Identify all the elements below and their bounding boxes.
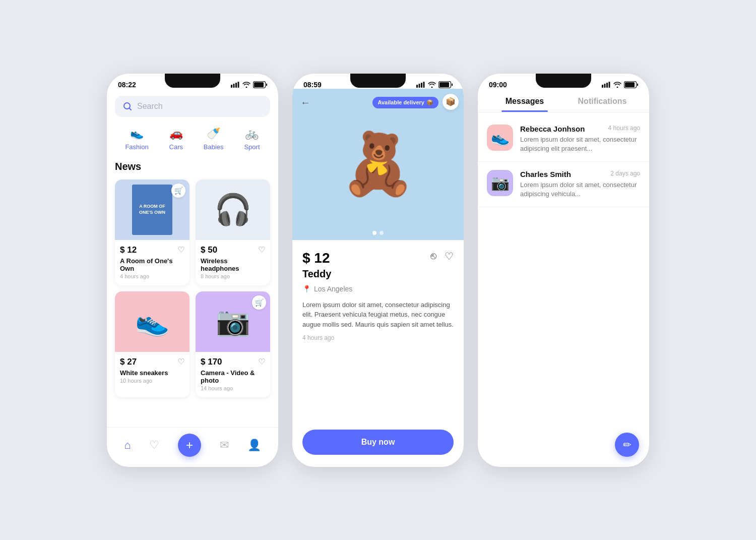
signal-icon	[231, 82, 240, 88]
search-input-label: Search	[137, 102, 163, 111]
sport-label: Sport	[244, 143, 260, 151]
phone1-content: Search 👟 Fashion 🚗 Cars 🍼 Babies 🚲 Sport…	[107, 89, 278, 427]
svg-rect-2	[235, 83, 237, 88]
category-cars[interactable]: 🚗 Cars	[169, 127, 183, 151]
avatar-rebecca: 👟	[487, 125, 513, 151]
msg-time-2: 2 days ago	[610, 170, 640, 178]
box-icon: 📦	[426, 99, 433, 106]
heart-icon-detail[interactable]: ♡	[445, 250, 454, 262]
avatar-charles: 📷	[487, 170, 513, 196]
product-detail-info: $ 12 ⎋ ♡ Teddy 📍 Los Angeles Lorem ipsum…	[292, 240, 464, 430]
product-card-sneakers[interactable]: 👟 $ 27 ♡ White sneakers 10 hours ago	[115, 291, 190, 397]
msg-body-2: Charles Smith 2 days ago Lorem ipsum dol…	[520, 170, 640, 199]
svg-rect-18	[625, 82, 635, 87]
cart-badge-book[interactable]: 🛒	[171, 184, 185, 198]
detail-time: 4 hours ago	[302, 334, 454, 341]
nav-heart-icon[interactable]: ♡	[149, 439, 159, 452]
phone-product-detail: 08:59 ← Available deliver	[292, 74, 464, 467]
product-price-headphones: $ 50 ♡	[201, 245, 265, 255]
cars-icon: 🚗	[169, 127, 183, 140]
message-list: 👟 Rebecca Jonhson 4 hours ago Lorem ipsu…	[478, 112, 649, 467]
product-card-book[interactable]: A ROOM OF ONE'S OWN 🛒 $ 12 ♡ A Room of O…	[115, 179, 190, 285]
svg-rect-9	[421, 83, 422, 88]
product-info-camera: $ 170 ♡ Camera - Video & photo 14 hours …	[196, 352, 270, 397]
product-time-camera: 14 hours ago	[201, 385, 265, 391]
share-icon[interactable]: ⎋	[430, 250, 436, 262]
svg-rect-7	[416, 85, 418, 88]
notch-2	[350, 74, 406, 88]
heart-icon-headphones[interactable]: ♡	[258, 245, 265, 255]
category-babies[interactable]: 🍼 Babies	[204, 127, 224, 151]
status-icons-2	[416, 81, 453, 88]
heart-icon-camera[interactable]: ♡	[258, 357, 265, 367]
book-cover: A ROOM OF ONE'S OWN	[132, 185, 172, 235]
nav-user-icon[interactable]: 👤	[247, 439, 261, 452]
phone-messages: 09:00 Messages Notifications	[478, 74, 649, 467]
dot-2[interactable]	[380, 231, 384, 235]
category-fashion[interactable]: 👟 Fashion	[125, 127, 148, 151]
battery-icon-3	[624, 81, 638, 88]
delivery-box-button[interactable]: 📦	[443, 94, 459, 110]
detail-location: 📍 Los Angeles	[302, 285, 454, 293]
tab-messages[interactable]: Messages	[486, 89, 563, 112]
delivery-badge: Available delivery 📦	[372, 97, 438, 108]
categories-row: 👟 Fashion 🚗 Cars 🍼 Babies 🚲 Sport	[115, 127, 270, 151]
product-time-sneakers: 10 hours ago	[120, 378, 184, 384]
bear-image: 🧸	[340, 129, 416, 200]
product-price-camera: $ 170 ♡	[201, 357, 265, 367]
product-card-camera[interactable]: 📷 🛒 $ 170 ♡ Camera - Video & photo 14 ho…	[196, 291, 270, 397]
product-grid: A ROOM OF ONE'S OWN 🛒 $ 12 ♡ A Room of O…	[115, 179, 270, 397]
location-pin-icon: 📍	[302, 285, 311, 293]
status-time-1: 08:22	[118, 81, 136, 89]
product-name-book: A Room of One's Own	[120, 257, 184, 272]
image-dots	[372, 231, 384, 235]
battery-icon	[253, 81, 267, 88]
avatar-camera-icon: 📷	[491, 174, 510, 192]
msg-tabs: Messages Notifications	[478, 89, 649, 112]
sport-icon: 🚲	[245, 127, 259, 140]
heart-icon-sneakers[interactable]: ♡	[177, 357, 184, 367]
notch-3	[536, 74, 591, 88]
svg-rect-0	[231, 85, 232, 88]
msg-header-1: Rebecca Jonhson 4 hours ago	[520, 125, 640, 133]
msg-preview-2: Lorem ipsum dolor sit amet, consectetur …	[520, 181, 640, 199]
detail-description: Lorem ipsum dolor sit amet, consectetur …	[302, 300, 454, 330]
product-name-camera: Camera - Video & photo	[201, 369, 265, 384]
status-icons-3	[602, 81, 638, 88]
status-time-3: 09:00	[489, 81, 507, 89]
signal-icon-3	[602, 82, 611, 88]
svg-rect-8	[419, 84, 420, 88]
wifi-icon-3	[613, 82, 621, 88]
nav-home-icon[interactable]: ⌂	[124, 439, 131, 452]
product-card-headphones[interactable]: 🎧 $ 50 ♡ Wireless headphones 8 hours ago	[196, 179, 270, 285]
search-bar[interactable]: Search	[115, 96, 270, 117]
message-item-1[interactable]: 👟 Rebecca Jonhson 4 hours ago Lorem ipsu…	[478, 116, 649, 162]
wifi-icon-2	[428, 82, 436, 88]
category-sport[interactable]: 🚲 Sport	[244, 127, 260, 151]
nav-add-button[interactable]: +	[178, 434, 201, 457]
msg-time-1: 4 hours ago	[608, 125, 640, 133]
signal-icon-2	[416, 82, 425, 88]
babies-icon: 🍼	[207, 127, 220, 140]
heart-icon-book[interactable]: ♡	[177, 245, 184, 255]
dot-1[interactable]	[372, 231, 376, 235]
message-item-2[interactable]: 📷 Charles Smith 2 days ago Lorem ipsum d…	[478, 162, 649, 207]
back-button[interactable]: ←	[300, 97, 310, 108]
msg-body-1: Rebecca Jonhson 4 hours ago Lorem ipsum …	[520, 125, 640, 153]
status-icons-1	[231, 81, 267, 88]
product-price-sneakers: $ 27 ♡	[120, 357, 184, 367]
cart-badge-camera[interactable]: 🛒	[252, 295, 266, 310]
phone2-content: ← Available delivery 📦 📦 🧸 $ 12 ⎋ ♡ Tedd…	[292, 89, 464, 467]
cars-label: Cars	[169, 143, 183, 151]
nav-mail-icon[interactable]: ✉	[220, 439, 229, 452]
product-img-book: A ROOM OF ONE'S OWN 🛒	[115, 179, 190, 240]
tab-notifications[interactable]: Notifications	[563, 89, 641, 112]
detail-product-name: Teddy	[302, 268, 454, 280]
buy-now-button[interactable]: Buy now	[302, 430, 454, 455]
product-name-headphones: Wireless headphones	[201, 257, 265, 272]
product-price-book: $ 12 ♡	[120, 245, 184, 255]
compose-button[interactable]: ✏	[615, 433, 639, 457]
product-img-camera: 📷 🛒	[196, 291, 270, 352]
wifi-icon	[242, 82, 250, 88]
detail-price-row: $ 12 ⎋ ♡	[302, 250, 454, 266]
